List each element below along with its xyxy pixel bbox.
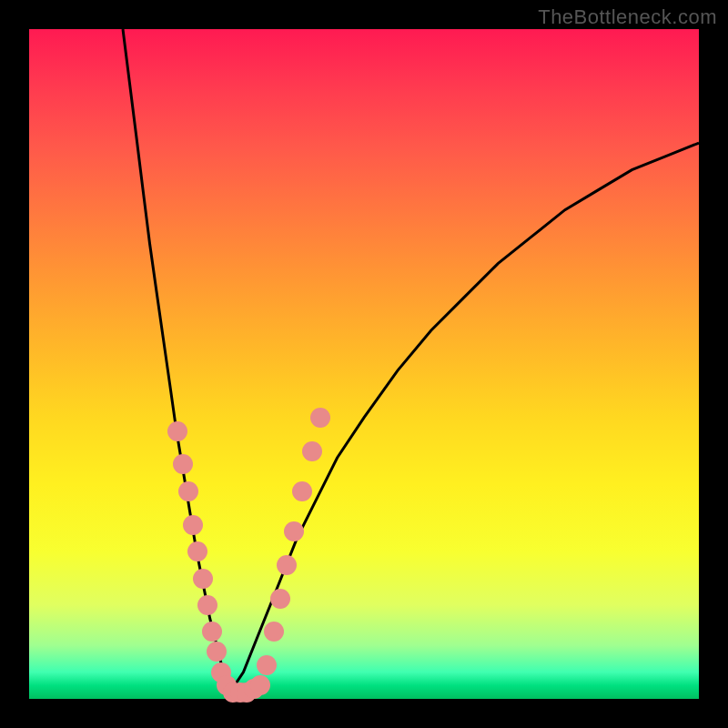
highlight-dot-left-3: [183, 515, 203, 535]
highlight-dot-right-2: [270, 589, 290, 609]
highlight-dot-right-0: [257, 655, 277, 675]
highlight-dot-right-5: [292, 481, 312, 501]
watermark-label: TheBottleneck.com: [538, 5, 717, 29]
curve-right-branch: [230, 143, 699, 693]
highlight-dot-left-0: [167, 421, 187, 441]
highlight-dot-left-1: [173, 454, 193, 474]
highlight-dot-left-4: [187, 541, 207, 561]
highlight-dot-left-2: [178, 481, 198, 501]
highlight-dot-left-8: [207, 642, 227, 662]
highlight-dot-right-6: [302, 441, 322, 461]
highlight-dot-left-5: [193, 569, 213, 589]
highlight-dot-right-3: [277, 555, 297, 575]
highlight-dot-right-4: [284, 521, 304, 541]
chart-curves: [29, 29, 699, 699]
curve-left-branch: [123, 29, 230, 693]
highlight-dot-right-7: [310, 408, 330, 428]
highlight-dot-bottom-4: [250, 675, 270, 695]
highlight-dot-right-1: [264, 622, 284, 642]
highlight-dot-left-7: [202, 622, 222, 642]
highlight-dot-left-6: [197, 595, 217, 615]
chart-plot-area: [29, 29, 699, 699]
